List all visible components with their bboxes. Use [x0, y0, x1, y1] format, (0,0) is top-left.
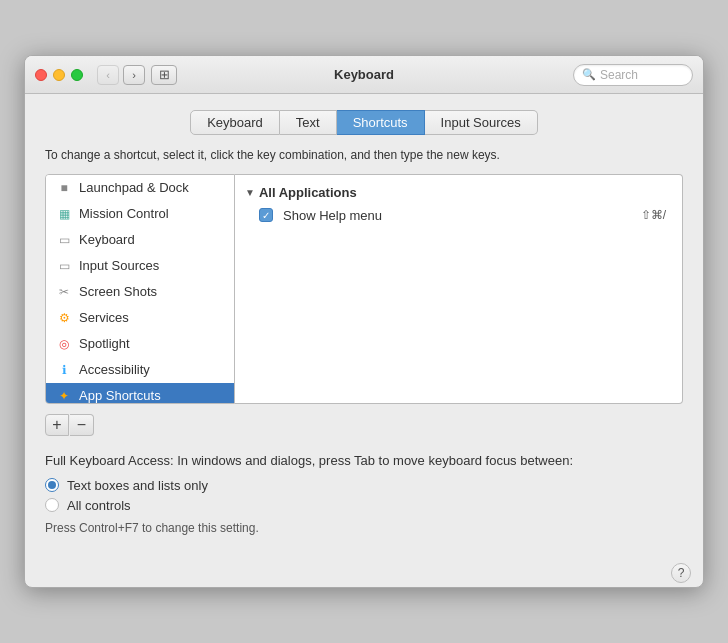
- add-remove-bar: + −: [45, 414, 683, 436]
- list-item-label: Mission Control: [79, 206, 169, 221]
- tab-text[interactable]: Text: [280, 110, 337, 135]
- list-item-label: Screen Shots: [79, 284, 157, 299]
- forward-button[interactable]: ›: [123, 65, 145, 85]
- radio-text-boxes-input[interactable]: [45, 478, 59, 492]
- tab-input-sources[interactable]: Input Sources: [425, 110, 538, 135]
- maximize-button[interactable]: [71, 69, 83, 81]
- input-sources-icon: ▭: [56, 258, 72, 274]
- search-placeholder: Search: [600, 68, 684, 82]
- tab-keyboard[interactable]: Keyboard: [190, 110, 280, 135]
- list-item-label: Launchpad & Dock: [79, 180, 189, 195]
- radio-text-boxes-label: Text boxes and lists only: [67, 478, 208, 493]
- titlebar: ‹ › ⊞ Keyboard 🔍 Search: [25, 56, 703, 94]
- list-item-input-sources[interactable]: ▭ Input Sources: [46, 253, 234, 279]
- list-item-label: Input Sources: [79, 258, 159, 273]
- help-button[interactable]: ?: [671, 563, 691, 583]
- add-button[interactable]: +: [45, 414, 69, 436]
- list-item-label: Services: [79, 310, 129, 325]
- nav-buttons: ‹ ›: [97, 65, 145, 85]
- search-box[interactable]: 🔍 Search: [573, 64, 693, 86]
- services-icon: ⚙: [56, 310, 72, 326]
- shortcut-panels: ■ Launchpad & Dock ▦ Mission Control ▭ K…: [45, 174, 683, 404]
- list-item-label: App Shortcuts: [79, 388, 161, 403]
- app-shortcuts-icon: ✦: [56, 388, 72, 404]
- hint-text: Press Control+F7 to change this setting.: [45, 521, 683, 535]
- search-icon: 🔍: [582, 68, 596, 81]
- list-item-screen-shots[interactable]: ✂ Screen Shots: [46, 279, 234, 305]
- tab-shortcuts[interactable]: Shortcuts: [337, 110, 425, 135]
- tabs: Keyboard Text Shortcuts Input Sources: [45, 110, 683, 135]
- radio-all-controls-input[interactable]: [45, 498, 59, 512]
- shortcut-row[interactable]: Show Help menu ⇧⌘/: [235, 204, 682, 227]
- bottom-bar: ?: [25, 555, 703, 587]
- radio-all-controls-label: All controls: [67, 498, 131, 513]
- shortcut-checkbox[interactable]: [259, 208, 273, 222]
- list-item-accessibility[interactable]: ℹ Accessibility: [46, 357, 234, 383]
- list-item-label: Accessibility: [79, 362, 150, 377]
- triangle-icon: ▼: [245, 187, 255, 198]
- spotlight-icon: ◎: [56, 336, 72, 352]
- section-header: ▼ All Applications: [235, 181, 682, 204]
- minimize-button[interactable]: [53, 69, 65, 81]
- accessibility-icon: ℹ: [56, 362, 72, 378]
- list-item-label: Keyboard: [79, 232, 135, 247]
- full-keyboard-section: Full Keyboard Access: In windows and dia…: [45, 452, 683, 535]
- shortcut-detail-panel: ▼ All Applications Show Help menu ⇧⌘/: [235, 174, 683, 404]
- main-content: Keyboard Text Shortcuts Input Sources To…: [25, 94, 703, 555]
- shortcut-keys: ⇧⌘/: [641, 208, 666, 222]
- keyboard-preferences-window: ‹ › ⊞ Keyboard 🔍 Search Keyboard Text Sh…: [24, 55, 704, 588]
- keyboard-icon: ▭: [56, 232, 72, 248]
- list-item-spotlight[interactable]: ◎ Spotlight: [46, 331, 234, 357]
- shortcut-label: Show Help menu: [283, 208, 631, 223]
- list-item-label: Spotlight: [79, 336, 130, 351]
- traffic-lights: [35, 69, 83, 81]
- full-keyboard-title: Full Keyboard Access: In windows and dia…: [45, 452, 683, 470]
- instruction-text: To change a shortcut, select it, click t…: [45, 147, 683, 164]
- radio-all-controls[interactable]: All controls: [45, 498, 683, 513]
- shortcut-category-list[interactable]: ■ Launchpad & Dock ▦ Mission Control ▭ K…: [45, 174, 235, 404]
- remove-button[interactable]: −: [70, 414, 94, 436]
- grid-button[interactable]: ⊞: [151, 65, 177, 85]
- window-title: Keyboard: [334, 67, 394, 82]
- back-button[interactable]: ‹: [97, 65, 119, 85]
- mission-control-icon: ▦: [56, 206, 72, 222]
- section-header-label: All Applications: [259, 185, 357, 200]
- list-item-launchpad[interactable]: ■ Launchpad & Dock: [46, 175, 234, 201]
- list-item-mission-control[interactable]: ▦ Mission Control: [46, 201, 234, 227]
- screenshot-icon: ✂: [56, 284, 72, 300]
- launchpad-icon: ■: [56, 180, 72, 196]
- list-item-keyboard[interactable]: ▭ Keyboard: [46, 227, 234, 253]
- list-item-services[interactable]: ⚙ Services: [46, 305, 234, 331]
- list-item-app-shortcuts[interactable]: ✦ App Shortcuts: [46, 383, 234, 404]
- close-button[interactable]: [35, 69, 47, 81]
- radio-text-boxes[interactable]: Text boxes and lists only: [45, 478, 683, 493]
